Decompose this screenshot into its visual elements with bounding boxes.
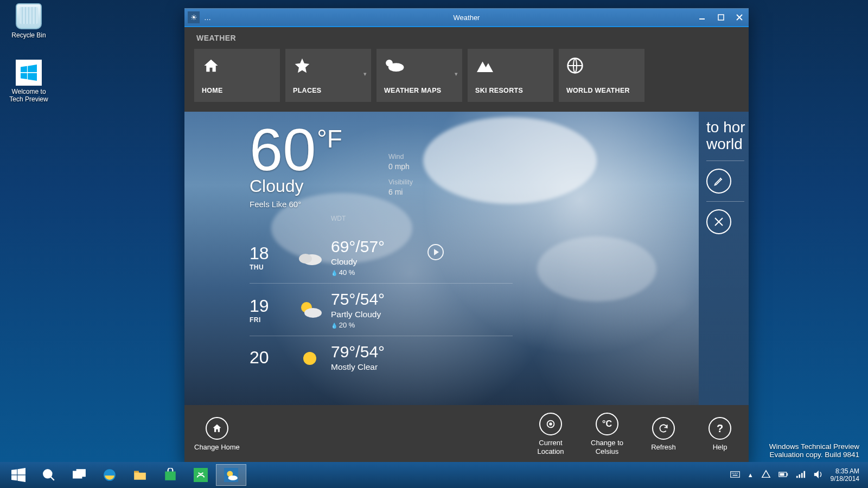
taskbar-store[interactable] <box>155 464 186 486</box>
remove-button[interactable] <box>706 209 731 234</box>
wind-value: 0 mph <box>388 162 413 171</box>
change-home-button[interactable]: Change Home <box>194 417 240 452</box>
tray-time: 8:35 AM <box>831 467 859 475</box>
svg-rect-1 <box>718 15 724 20</box>
tray-date: 9/18/2014 <box>831 475 859 483</box>
desktop-icon-tech-preview[interactable]: Welcome to Tech Preview <box>4 60 53 103</box>
tile-label: SKI RESORTS <box>475 87 546 94</box>
desktop-icon-label: Welcome to Tech Preview <box>4 88 53 103</box>
current-location-button[interactable]: Current Location <box>532 413 570 455</box>
svg-point-8 <box>304 308 322 318</box>
minimize-button[interactable] <box>693 10 712 25</box>
taskbar: ▲ 8:35 AM 9/18/2014 <box>0 462 868 488</box>
side-panel: to hor world <box>699 112 749 405</box>
star-icon <box>293 56 363 75</box>
button-label: Current Location <box>537 439 564 455</box>
svg-rect-33 <box>801 473 803 478</box>
svg-rect-34 <box>803 471 805 478</box>
forecast-list: 18THU 69°/57° Cloudy 40 % 19FRI 75°/54° … <box>250 231 513 378</box>
svg-rect-23 <box>732 473 733 474</box>
target-icon <box>539 413 562 435</box>
svg-rect-27 <box>732 474 737 476</box>
forecast-dow: FRI <box>250 316 289 324</box>
weather-content: 60 °F Cloudy Feels Like 60° Wind 0 mph V… <box>184 112 749 405</box>
forecast-dow: THU <box>250 264 289 271</box>
svg-rect-25 <box>735 473 736 474</box>
taskbar-file-explorer[interactable] <box>125 464 155 486</box>
maximize-button[interactable] <box>712 10 730 25</box>
action-center-icon[interactable] <box>761 470 771 481</box>
taskbar-xbox[interactable] <box>186 464 216 486</box>
taskbar-ie[interactable] <box>94 464 125 486</box>
tile-ski-resorts[interactable]: SKI RESORTS <box>468 49 553 102</box>
chevron-down-icon: ▾ <box>363 70 367 78</box>
recycle-bin-icon <box>16 3 42 29</box>
tray-chevron-up-icon[interactable]: ▲ <box>748 472 754 478</box>
tile-label: HOME <box>202 87 272 94</box>
help-button[interactable]: ? Help <box>701 417 739 452</box>
partly-cloudy-icon <box>289 299 331 320</box>
svg-rect-22 <box>730 471 739 477</box>
forecast-row[interactable]: 18THU 69°/57° Cloudy 40 % <box>250 231 513 284</box>
button-label: Refresh <box>651 443 676 452</box>
desktop: Recycle Bin Welcome to Tech Preview ☀ … … <box>0 0 868 488</box>
windows-logo-icon <box>16 60 42 86</box>
tile-places[interactable]: PLACES ▾ <box>285 49 371 102</box>
tile-label: WORLD WEATHER <box>566 87 637 94</box>
svg-rect-0 <box>699 18 705 20</box>
watermark-line1: Windows Technical Preview <box>769 442 859 451</box>
visibility-value: 6 mi <box>388 188 413 196</box>
svg-rect-30 <box>780 473 784 476</box>
feels-like: Feels Like 60° <box>250 200 342 209</box>
network-icon[interactable] <box>796 470 806 481</box>
app-menu-indicator[interactable]: … <box>204 14 211 22</box>
app-icon: ☀ <box>188 11 200 23</box>
svg-rect-31 <box>796 476 798 478</box>
tile-home[interactable]: HOME <box>194 49 280 102</box>
sidepanel-text: to hor <box>706 119 749 136</box>
clock[interactable]: 8:35 AM 9/18/2014 <box>831 467 859 483</box>
start-button[interactable] <box>3 464 34 486</box>
refresh-icon <box>652 417 675 440</box>
sun-icon <box>289 347 331 368</box>
attribution: WDT <box>331 215 346 222</box>
svg-point-3 <box>388 63 404 72</box>
sidepanel-text: world <box>706 136 749 153</box>
svg-rect-17 <box>165 472 176 480</box>
mountain-icon <box>475 56 546 75</box>
keyboard-icon[interactable] <box>730 470 740 481</box>
cloud-icon <box>289 248 331 266</box>
desktop-icon-label: Recycle Bin <box>4 31 53 39</box>
svg-rect-32 <box>799 474 800 478</box>
search-button[interactable] <box>34 464 64 486</box>
forecast-row[interactable]: 19FRI 75°/54° Partly Cloudy 20 % <box>250 284 513 336</box>
change-to-celsius-button[interactable]: °C Change to Celsius <box>588 413 626 455</box>
volume-icon[interactable] <box>813 470 823 481</box>
forecast-cond: Mostly Clear <box>331 362 385 372</box>
tile-weather-maps[interactable]: WEATHER MAPS ▾ <box>376 49 462 102</box>
svg-rect-26 <box>737 473 738 474</box>
visibility-label: Visibility <box>388 178 413 186</box>
refresh-button[interactable]: Refresh <box>644 417 682 452</box>
edit-button[interactable] <box>706 169 731 194</box>
task-view-button[interactable] <box>64 464 94 486</box>
taskbar-weather[interactable] <box>216 464 246 486</box>
svg-point-12 <box>43 470 52 478</box>
celsius-icon: °C <box>596 413 618 435</box>
window-title: Weather <box>184 14 749 22</box>
tile-world-weather[interactable]: WORLD WEATHER <box>559 49 644 102</box>
svg-point-21 <box>228 476 238 480</box>
forecast-precip: 40 % <box>331 268 385 277</box>
app-bottom-bar: Change Home Current Location °C Change t… <box>184 405 749 464</box>
titlebar[interactable]: ☀ … Weather <box>184 9 749 27</box>
forecast-row[interactable]: 20 79°/54° Mostly Clear <box>250 336 513 378</box>
button-label: Change Home <box>194 443 240 452</box>
desktop-icon-recycle-bin[interactable]: Recycle Bin <box>4 3 53 39</box>
battery-icon[interactable] <box>778 470 788 481</box>
watermark-line2: Evaluation copy. Build 9841 <box>769 451 859 459</box>
forecast-hilo: 75°/54° <box>331 290 385 309</box>
forecast-cond: Partly Cloudy <box>331 310 385 319</box>
close-button[interactable] <box>730 10 749 25</box>
svg-point-6 <box>299 254 312 264</box>
current-temp: 60 <box>250 120 316 179</box>
